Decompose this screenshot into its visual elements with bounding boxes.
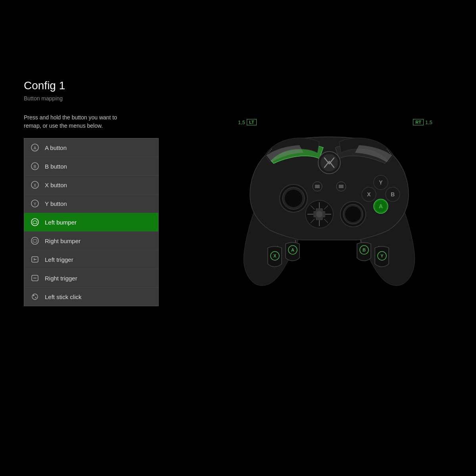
left-bumper-label: Left bumper <box>45 219 77 226</box>
config-subtitle: Button mapping <box>24 95 159 102</box>
svg-point-35 <box>345 206 361 222</box>
a-circle-icon: A <box>31 143 39 152</box>
right-trigger-item[interactable]: Right trigger <box>24 269 158 288</box>
a-button-label: A button <box>45 144 67 151</box>
svg-text:Y: Y <box>380 253 384 258</box>
left-stick-click-label: Left stick click <box>45 294 82 300</box>
left-trigger-label: Left trigger <box>45 256 73 263</box>
svg-point-21 <box>321 154 338 171</box>
x-button-label: X button <box>45 182 67 188</box>
svg-text:X: X <box>367 191 371 198</box>
svg-text:A: A <box>291 248 294 252</box>
svg-text:B: B <box>34 165 36 169</box>
svg-text:B: B <box>391 191 395 198</box>
b-button-label: B button <box>45 163 67 170</box>
svg-point-32 <box>285 190 302 207</box>
right-bumper-label: Right bumper <box>45 238 81 244</box>
svg-text:B: B <box>363 248 366 252</box>
x-button-item[interactable]: X X button <box>24 176 158 194</box>
rt-label-group: RT 1,5 <box>413 119 432 125</box>
rb-icon <box>31 236 39 245</box>
svg-point-15 <box>32 294 38 299</box>
left-trigger-item[interactable]: Left trigger <box>24 250 158 269</box>
svg-text:A: A <box>34 146 36 150</box>
svg-point-8 <box>31 219 38 226</box>
page-container: Config 1 Button mapping Press and hold t… <box>0 0 476 476</box>
y-button-label: Y button <box>45 200 67 207</box>
right-trigger-label: Right trigger <box>45 275 77 282</box>
svg-text:X: X <box>273 253 276 258</box>
svg-text:Y: Y <box>379 179 383 186</box>
svg-point-39 <box>316 211 322 217</box>
b-circle-icon: B <box>31 162 39 171</box>
lb-icon <box>31 218 39 226</box>
left-stick-click-item[interactable]: Left stick click <box>24 288 158 306</box>
a-button-item[interactable]: A A button <box>24 138 158 157</box>
controller-body: Y X B A <box>234 131 424 290</box>
lt-value: 1,5 <box>238 119 245 125</box>
right-bumper-item[interactable]: Right bumper <box>24 232 158 250</box>
lt-box: LT <box>247 119 257 125</box>
left-panel: Config 1 Button mapping Press and hold t… <box>24 79 159 306</box>
config-title: Config 1 <box>24 79 159 92</box>
svg-text:A: A <box>379 203 383 209</box>
svg-text:X: X <box>34 183 36 188</box>
b-button-item[interactable]: B B button <box>24 157 158 176</box>
button-list: A A button B B button <box>24 138 159 306</box>
svg-point-9 <box>31 237 38 244</box>
rt-icon <box>31 274 39 282</box>
x-circle-icon: X <box>31 180 39 189</box>
rt-box: RT <box>413 119 424 125</box>
y-circle-icon: Y <box>31 199 39 208</box>
lt-icon <box>31 255 39 264</box>
rt-value: 1,5 <box>425 119 432 125</box>
y-button-item[interactable]: Y Y button <box>24 194 158 213</box>
left-bumper-item[interactable]: Left bumper <box>24 213 158 232</box>
ls-icon <box>31 292 39 301</box>
lt-label-group: 1,5 LT <box>238 119 257 125</box>
svg-text:Y: Y <box>34 202 36 206</box>
controller-area: 1,5 LT RT 1,5 <box>222 119 440 317</box>
instruction-text: Press and hold the button you want torem… <box>24 113 159 130</box>
